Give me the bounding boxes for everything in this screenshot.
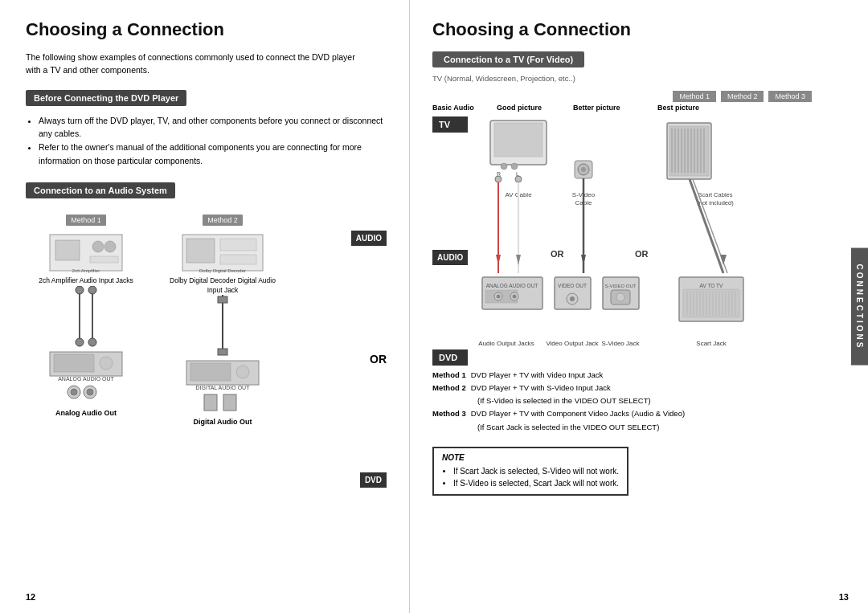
svg-point-84 [570, 296, 575, 301]
left-title: Choosing a Connection [26, 19, 387, 40]
dvd-player-m2: DIGITAL AUDIO OUT [182, 359, 263, 391]
svg-rect-21 [186, 239, 215, 263]
quality-best: Best picture [657, 104, 722, 112]
svg-rect-13 [54, 354, 94, 372]
quality-good: Good picture [497, 104, 573, 112]
svg-rect-32 [204, 394, 217, 411]
svg-rect-23 [220, 255, 256, 264]
audio-block-label: AUDIO [432, 250, 468, 265]
svg-point-8 [76, 286, 84, 294]
bullet-2: Refer to the owner's manual of the addit… [39, 141, 387, 168]
svg-text:OR: OR [635, 249, 649, 259]
method1-caption: 2ch Amplifier Audio Input Jacks [39, 276, 133, 286]
svg-point-41 [515, 176, 522, 182]
svg-rect-27 [218, 349, 227, 355]
quality-better: Better picture [573, 104, 657, 112]
video-connection-diagram: R L [474, 116, 812, 366]
intro-text: The following show examples of connectio… [26, 51, 363, 77]
svg-marker-70 [496, 255, 501, 265]
method-note-2: Method 2 DVD Player + TV with S-Video In… [432, 382, 852, 394]
dolby-decoder-icon: Dolby Digital Decoder [178, 231, 267, 275]
note-item-2: If S-Video is selected, Scart Jack will … [453, 477, 619, 489]
svg-text:2ch Amplifier: 2ch Amplifier [72, 268, 100, 273]
svg-text:ANALOG AUDIO OUT: ANALOG AUDIO OUT [486, 283, 538, 288]
tv-block-label: TV [432, 116, 468, 133]
left-page-num: 12 [26, 592, 35, 602]
method1-bottom-caption: Analog Audio Out [55, 409, 117, 417]
note-list: If Scart Jack is selected, S-Video will … [442, 465, 619, 489]
svg-point-14 [100, 357, 113, 370]
svg-text:Scart Jack: Scart Jack [697, 340, 727, 347]
section-before-connecting: Before Connecting the DVD Player Always … [26, 90, 387, 168]
method-note-2-sub: (If S-Video is selected in the VIDEO OUT… [432, 394, 852, 407]
bullet-1: Always turn off the DVD player, TV, and … [39, 114, 387, 141]
method-note-3-sub: (If Scart Jack is selected in the VIDEO … [432, 421, 852, 434]
note-item-1: If Scart Jack is selected, S-Video will … [453, 465, 619, 477]
connections-side-tab: CONNECTIONS [851, 247, 868, 366]
svg-rect-22 [220, 239, 256, 251]
quality-basic: Basic Audio [432, 104, 497, 112]
svg-text:DIGITAL AUDIO OUT: DIGITAL AUDIO OUT [196, 385, 251, 390]
svg-point-30 [236, 366, 249, 378]
svg-point-9 [88, 286, 96, 294]
method2-header: Method 2 [721, 91, 764, 102]
right-page: Choosing a Connection Connection to a TV… [410, 0, 868, 613]
svg-text:AV TO TV: AV TO TV [700, 283, 723, 288]
digital-cable-m2 [207, 295, 239, 359]
svg-point-80 [513, 295, 517, 299]
svg-point-88 [616, 293, 624, 301]
method1-header: Method 1 [673, 91, 716, 102]
svg-point-37 [511, 163, 518, 170]
method-notes: Method 1 DVD Player + TV with Video Inpu… [432, 369, 852, 434]
method1-label: Method 1 [66, 215, 106, 226]
dvd-side-label: DVD [360, 472, 387, 488]
svg-rect-29 [190, 363, 231, 381]
note-box: NOTE If Scart Jack is selected, S-Video … [432, 447, 628, 496]
method-note-3: Method 3 DVD Player + TV with Component … [432, 407, 852, 420]
svg-marker-72 [581, 255, 586, 265]
tv-subtitle: TV (Normal, Widescreen, Projection, etc.… [432, 74, 852, 83]
section-tv-header: Connection to a TV (For Video) [432, 51, 584, 67]
svg-text:Dolby Digital Decoder: Dolby Digital Decoder [199, 268, 246, 273]
section2-header: Connection to an Audio System [26, 182, 175, 198]
method2-bottom-caption: Digital Audio Out [193, 418, 252, 426]
audio-cables-m1 [62, 286, 110, 350]
svg-marker-71 [516, 255, 521, 265]
svg-point-2 [92, 241, 104, 252]
svg-rect-35 [494, 123, 542, 157]
audio-side-label: AUDIO [351, 231, 387, 246]
section1-header: Before Connecting the DVD Player [26, 90, 186, 106]
svg-point-40 [495, 176, 502, 182]
or-label-left: OR [370, 353, 387, 366]
svg-text:S-VIDEO OUT: S-VIDEO OUT [605, 284, 637, 288]
svg-point-3 [104, 241, 116, 252]
svg-rect-91 [683, 289, 739, 317]
svg-point-36 [501, 163, 507, 170]
svg-text:ANALOG AUDIO OUT: ANALOG AUDIO OUT [58, 376, 114, 382]
section-audio-system: Connection to an Audio System Method 1 [26, 182, 387, 488]
amplifier-icon: 2ch Amplifier [46, 231, 126, 275]
rca-out-m1 [58, 382, 114, 407]
svg-text:VIDEO OUT: VIDEO OUT [558, 283, 587, 288]
svg-point-44 [581, 167, 586, 172]
svg-text:Audio Output Jacks: Audio Output Jacks [479, 340, 534, 347]
svg-text:S-Video Jack: S-Video Jack [602, 340, 641, 347]
svg-rect-33 [223, 394, 236, 411]
svg-point-19 [87, 389, 93, 395]
svg-point-10 [76, 338, 84, 346]
svg-point-78 [497, 295, 501, 299]
left-page: Choosing a Connection The following show… [0, 0, 410, 613]
right-title: Choosing a Connection [432, 19, 852, 40]
svg-point-11 [88, 338, 96, 346]
page-spread: Choosing a Connection The following show… [0, 0, 868, 613]
dvd-player-m1: ANALOG AUDIO OUT [46, 350, 126, 382]
right-page-num: 13 [839, 592, 849, 602]
svg-rect-26 [218, 296, 227, 303]
svg-text:Video Output Jack: Video Output Jack [547, 340, 600, 347]
method2-label: Method 2 [203, 215, 243, 226]
svg-rect-4 [90, 256, 118, 263]
svg-text:OR: OR [551, 249, 564, 259]
section1-bullets: Always turn off the DVD player, TV, and … [26, 114, 387, 168]
method-note-1: Method 1 DVD Player + TV with Video Inpu… [432, 369, 852, 382]
svg-rect-1 [55, 240, 80, 260]
